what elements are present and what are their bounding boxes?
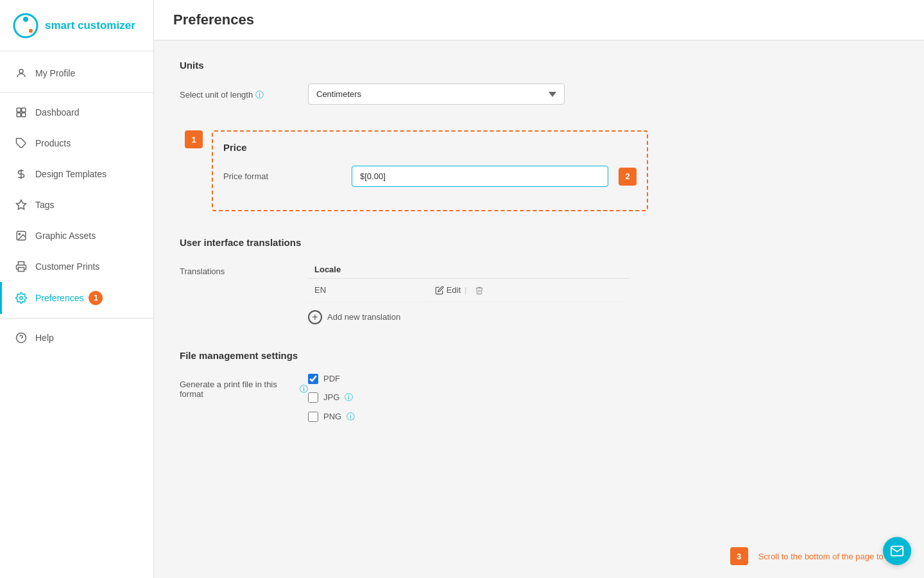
png-info-icon[interactable]: ⓘ	[346, 411, 355, 423]
design-icon	[15, 168, 28, 180]
user-icon	[15, 67, 28, 80]
svg-point-3	[19, 69, 23, 73]
svg-point-1	[23, 17, 28, 22]
translation-actions-en: Edit |	[429, 279, 629, 302]
sidebar: smart customizer My Profile Dashboard Pr…	[0, 0, 154, 578]
unit-info-icon[interactable]: ⓘ	[255, 90, 264, 100]
tags-icon	[15, 198, 28, 211]
translations-section-title: User interface translations	[180, 237, 898, 248]
file-format-content: PDF JPG ⓘ PNG ⓘ	[308, 374, 898, 430]
dashboard-icon	[15, 106, 28, 119]
help-icon	[15, 331, 28, 344]
translation-row-en: EN Edit |	[308, 279, 629, 302]
main-header: Preferences	[154, 0, 924, 40]
edit-icon	[435, 286, 444, 295]
add-translation-button[interactable]: + Add new translation	[308, 310, 400, 324]
sidebar-item-design-templates[interactable]: Design Templates	[0, 159, 153, 189]
svg-rect-7	[22, 113, 26, 117]
sidebar-item-graphic-assets-label: Graphic Assets	[35, 231, 96, 241]
main-content: Preferences Units Select unit of length …	[154, 0, 924, 578]
file-settings-section: File management settings Generate a prin…	[180, 350, 898, 430]
sidebar-item-preferences-label: Preferences	[35, 293, 83, 303]
pdf-label: PDF	[323, 374, 340, 383]
app-logo-icon	[13, 13, 38, 39]
unit-length-control: Centimeters Inches Millimeters	[308, 83, 898, 105]
mail-fab-button[interactable]	[883, 537, 911, 565]
sidebar-item-preferences[interactable]: Preferences 1	[0, 282, 153, 314]
plus-circle-icon: +	[308, 310, 322, 324]
png-checkbox[interactable]	[308, 412, 318, 422]
locale-cell-en: EN	[308, 279, 429, 302]
svg-rect-5	[22, 108, 26, 112]
price-format-control: 2	[352, 166, 637, 187]
jpg-checkbox-row: JPG ⓘ	[308, 392, 898, 403]
page-title: Preferences	[173, 12, 905, 28]
translations-table: Locale EN Edit	[308, 261, 629, 302]
svg-marker-10	[17, 200, 26, 209]
jpg-label: JPG	[323, 392, 339, 402]
sidebar-item-help[interactable]: Help	[0, 322, 153, 353]
price-format-label: Price format	[223, 166, 352, 181]
price-format-input[interactable]	[352, 166, 608, 187]
actions-column-header	[429, 261, 629, 279]
translations-label: Translations	[180, 261, 308, 276]
app-name: smart customizer	[45, 19, 135, 32]
sidebar-item-graphic-assets[interactable]: Graphic Assets	[0, 220, 153, 251]
unit-length-group: Select unit of length ⓘ Centimeters Inch…	[180, 83, 898, 105]
logo-area: smart customizer	[0, 0, 153, 51]
svg-point-14	[20, 297, 23, 300]
step1-badge: 1	[185, 130, 203, 148]
svg-point-12	[19, 233, 20, 234]
prints-icon	[15, 260, 28, 273]
file-format-group: Generate a print file in this format ⓘ P…	[180, 374, 898, 430]
pdf-checkbox[interactable]	[308, 374, 318, 384]
price-format-group: Price format 2	[223, 166, 637, 187]
pdf-checkbox-row: PDF	[308, 374, 898, 384]
step3-badge: 3	[730, 547, 748, 565]
sidebar-item-tags-label: Tags	[35, 200, 55, 210]
sidebar-item-dashboard[interactable]: Dashboard	[0, 97, 153, 128]
tag-icon	[15, 137, 28, 150]
units-section-title: Units	[180, 60, 898, 71]
sidebar-item-help-label: Help	[35, 333, 54, 343]
translations-section: User interface translations Translations…	[180, 237, 898, 324]
bottom-save-note: 3 Scroll to the bottom of the page to Sa…	[154, 534, 924, 578]
file-settings-title: File management settings	[180, 350, 898, 361]
sidebar-item-tags[interactable]: Tags	[0, 189, 153, 220]
svg-point-2	[29, 29, 33, 33]
file-format-label: Generate a print file in this format ⓘ	[180, 374, 308, 399]
preferences-badge: 1	[89, 291, 103, 305]
jpg-checkbox[interactable]	[308, 392, 318, 403]
png-label: PNG	[323, 412, 341, 421]
unit-length-label: Select unit of length ⓘ	[180, 83, 308, 101]
sidebar-nav: My Profile Dashboard Products Design Tem…	[0, 51, 153, 578]
gear-icon	[15, 292, 28, 304]
svg-rect-6	[17, 113, 21, 117]
sidebar-item-products-label: Products	[35, 138, 71, 148]
locale-column-header: Locale	[308, 261, 429, 279]
edit-translation-en[interactable]: Edit	[435, 285, 461, 295]
mail-icon	[890, 544, 904, 558]
sidebar-item-customer-prints[interactable]: Customer Prints	[0, 251, 153, 282]
step2-badge: 2	[619, 168, 637, 186]
main-body: Units Select unit of length ⓘ Centimeter…	[154, 40, 924, 475]
sidebar-item-my-profile[interactable]: My Profile	[0, 58, 153, 89]
png-checkbox-row: PNG ⓘ	[308, 411, 898, 423]
price-section-title: Price	[223, 142, 637, 153]
svg-rect-13	[19, 268, 24, 272]
sidebar-item-dashboard-label: Dashboard	[35, 107, 80, 118]
svg-rect-4	[17, 108, 21, 112]
price-section: 1 Price Price format 2	[180, 130, 898, 211]
graphic-icon	[15, 229, 28, 242]
unit-length-select[interactable]: Centimeters Inches Millimeters	[308, 83, 565, 105]
file-format-info-icon[interactable]: ⓘ	[300, 383, 308, 395]
jpg-info-icon[interactable]: ⓘ	[345, 392, 353, 403]
units-section: Units Select unit of length ⓘ Centimeter…	[180, 60, 898, 105]
sidebar-item-design-templates-label: Design Templates	[35, 169, 107, 179]
sidebar-item-my-profile-label: My Profile	[35, 68, 75, 78]
sidebar-item-customer-prints-label: Customer Prints	[35, 261, 99, 272]
delete-translation-en[interactable]	[471, 286, 488, 295]
sidebar-item-products[interactable]: Products	[0, 128, 153, 159]
translations-content: Locale EN Edit	[308, 261, 898, 324]
translations-group: Translations Locale EN	[180, 261, 898, 324]
